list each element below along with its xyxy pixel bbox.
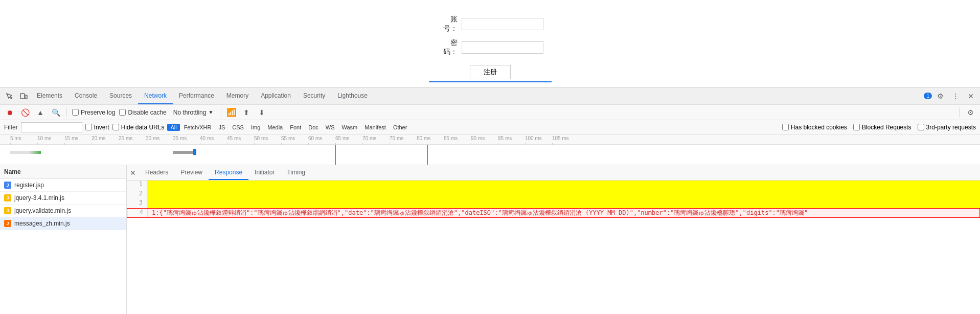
tick-80ms: 80 ms: [417, 136, 430, 141]
filter-type-ws[interactable]: WS: [323, 124, 338, 131]
tick-75ms: 75 ms: [390, 136, 403, 141]
vline-red: [427, 145, 428, 165]
hide-data-urls-checkbox[interactable]: Hide data URLs: [112, 124, 165, 131]
tab-application[interactable]: Application: [255, 87, 297, 104]
tick-105ms: 105 ms: [552, 136, 569, 141]
response-line-4: 4 1:{"璃疴绹钃ゅ沾鑱樺叙鐒辩绡涓":"璃疴绹钃ゅ沾鑱樺叙缁網绡涓","da…: [127, 208, 980, 218]
filter-type-img[interactable]: Img: [248, 124, 263, 131]
right-panel: ✕ Headers Preview Response Initiator Tim…: [127, 165, 980, 314]
record-button[interactable]: ⏺: [4, 107, 15, 118]
tab-elements[interactable]: Elements: [31, 87, 69, 104]
line-num-1: 1: [127, 181, 147, 190]
tab-memory[interactable]: Memory: [220, 87, 255, 104]
name-item-1[interactable]: J jquery-3.4.1.min.js: [0, 192, 126, 205]
tab-lighthouse[interactable]: Lighthouse: [331, 87, 374, 104]
third-party-input[interactable]: [918, 124, 924, 130]
has-blocked-cookies-checkbox[interactable]: Has blocked cookies: [782, 124, 847, 131]
more-options-button[interactable]: ⋮: [948, 89, 963, 103]
tab-console[interactable]: Console: [69, 87, 103, 104]
filter-type-js[interactable]: JS: [215, 124, 228, 131]
account-input[interactable]: [462, 18, 543, 30]
invert-checkbox[interactable]: Invert: [85, 124, 109, 131]
hide-data-urls-input[interactable]: [112, 124, 119, 130]
blocked-requests-checkbox[interactable]: Blocked Requests: [853, 124, 911, 131]
filter-bar-right: Has blocked cookies Blocked Requests 3rd…: [782, 124, 976, 131]
file-icon-validate: J: [4, 207, 11, 214]
console-badge: 1: [924, 93, 932, 99]
device-toggle-button[interactable]: [16, 89, 31, 103]
tab-security[interactable]: Security: [297, 87, 331, 104]
tick-5ms: 5 ms: [10, 136, 21, 141]
name-panel: Name J register.jsp J jquery-3.4.1.min.j…: [0, 165, 127, 314]
tab-performance[interactable]: Performance: [173, 87, 220, 104]
filter-type-manifest[interactable]: Manifest: [361, 124, 389, 131]
preserve-log-checkbox[interactable]: Preserve log: [72, 109, 115, 116]
tick-15ms: 15 ms: [64, 136, 78, 141]
filter-button[interactable]: ▲: [35, 107, 46, 118]
has-blocked-cookies-input[interactable]: [782, 124, 789, 130]
panel-close-button[interactable]: ✕: [127, 167, 139, 179]
settings-button[interactable]: ⚙: [933, 89, 947, 103]
account-label: 账号：: [437, 15, 458, 33]
filter-type-media[interactable]: Media: [264, 124, 286, 131]
panel-tab-headers[interactable]: Headers: [139, 165, 174, 180]
filter-types: All Fetch/XHR JS CSS Img Media Font Doc …: [167, 124, 410, 131]
response-line-2: 2: [127, 190, 980, 199]
panel-tabs: ✕ Headers Preview Response Initiator Tim…: [127, 165, 980, 181]
tick-95ms: 95 ms: [498, 136, 512, 141]
disable-cache-checkbox[interactable]: Disable cache: [119, 109, 166, 116]
close-devtools-button[interactable]: ✕: [964, 89, 978, 103]
filter-type-css[interactable]: CSS: [229, 124, 247, 131]
download-icon[interactable]: ⬇: [256, 107, 267, 118]
throttle-select[interactable]: No throttling ▼: [171, 107, 216, 118]
name-panel-header: Name: [0, 165, 126, 179]
blocked-requests-input[interactable]: [853, 124, 860, 130]
panel-tab-timing[interactable]: Timing: [281, 165, 311, 180]
filter-input[interactable]: [21, 122, 82, 132]
name-item-3[interactable]: J messages_zh.min.js: [0, 217, 126, 230]
tick-20ms: 20 ms: [92, 136, 105, 141]
throttle-chevron: ▼: [208, 109, 213, 115]
timeline-ruler: 5 ms 10 ms 15 ms 20 ms 25 ms 30 ms 35 ms…: [0, 134, 980, 145]
filter-type-fetch[interactable]: Fetch/XHR: [181, 124, 215, 131]
name-item-0[interactable]: J register.jsp: [0, 179, 126, 192]
filter-label: Filter: [4, 124, 18, 131]
panel-tab-preview[interactable]: Preview: [174, 165, 209, 180]
clear-button[interactable]: 🚫: [19, 107, 31, 118]
filter-type-doc[interactable]: Doc: [305, 124, 322, 131]
response-line-3: 3: [127, 199, 980, 208]
password-input[interactable]: [462, 41, 543, 54]
third-party-checkbox[interactable]: 3rd-party requests: [918, 124, 976, 131]
filter-type-all[interactable]: All: [167, 124, 179, 131]
search-button[interactable]: 🔍: [50, 107, 61, 118]
invert-input[interactable]: [85, 124, 92, 130]
tick-45ms: 45 ms: [227, 136, 241, 141]
vline-blue: [335, 145, 336, 165]
network-settings-button[interactable]: ⚙: [965, 107, 976, 118]
tab-sources[interactable]: Sources: [103, 87, 138, 104]
bar-request1: [173, 151, 193, 154]
devtools-topbar: Elements Console Sources Network Perform…: [0, 87, 980, 105]
tick-50ms: 50 ms: [254, 136, 268, 141]
name-item-2[interactable]: J jquery.validate.min.js: [0, 205, 126, 217]
timeline-bars: [0, 145, 980, 165]
response-content[interactable]: 1 2 3 4 1:{"璃疴绹钃ゅ沾鑱樺叙鐒辩绡涓":"璃疴绹钃ゅ沾鑱樺叙缁網绡…: [127, 181, 980, 314]
tab-network[interactable]: Network: [138, 87, 173, 104]
inspect-element-button[interactable]: [2, 89, 16, 103]
register-button[interactable]: 注册: [470, 65, 511, 79]
disable-cache-input[interactable]: [119, 109, 126, 116]
wifi-icon: 📶: [226, 107, 237, 117]
tick-65ms: 65 ms: [335, 136, 349, 141]
timeline-area: 5 ms 10 ms 15 ms 20 ms 25 ms 30 ms 35 ms…: [0, 134, 980, 165]
tick-35ms: 35 ms: [173, 136, 187, 141]
preserve-log-input[interactable]: [72, 109, 79, 116]
toolbar-sep1: [66, 107, 67, 118]
bar-marker-blue: [193, 149, 196, 155]
upload-icon[interactable]: ⬆: [241, 107, 252, 118]
filter-type-font[interactable]: Font: [287, 124, 304, 131]
filter-type-other[interactable]: Other: [390, 124, 411, 131]
password-label: 密码：: [437, 38, 458, 57]
panel-tab-response[interactable]: Response: [209, 165, 248, 180]
panel-tab-initiator[interactable]: Initiator: [248, 165, 281, 180]
filter-type-wasm[interactable]: Wasm: [339, 124, 361, 131]
